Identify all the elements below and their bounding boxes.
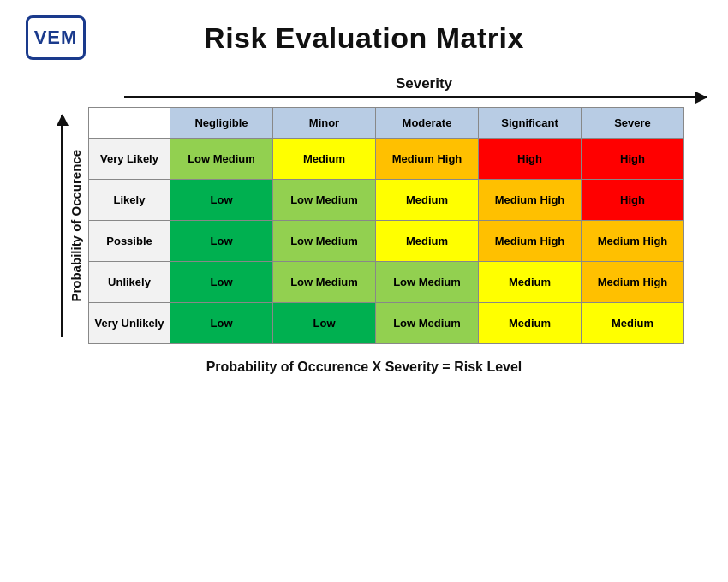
row-header-3: Unlikely <box>89 262 170 303</box>
severity-label-row: Severity <box>0 75 728 92</box>
cell-r4-c4: Medium <box>582 303 684 344</box>
cell-r4-c2: Low Medium <box>376 303 479 344</box>
cell-r0-c4: High <box>582 139 684 180</box>
cell-r0-c2: Medium High <box>376 139 479 180</box>
cell-r2-c1: Low Medium <box>273 221 376 262</box>
probability-label: Probability of Occurence <box>69 150 83 302</box>
cell-r3-c3: Medium <box>479 262 582 303</box>
matrix-header-row: Negligible Minor Moderate Significant Se… <box>89 108 684 139</box>
severity-arrow <box>124 96 707 98</box>
risk-matrix-table: Negligible Minor Moderate Significant Se… <box>88 107 684 344</box>
cell-r3-c1: Low Medium <box>273 262 376 303</box>
matrix-container: Probability of Occurence Negligible Mino… <box>44 107 684 344</box>
severity-arrow-row <box>124 96 707 98</box>
probability-arrow <box>61 115 63 337</box>
cell-r1-c0: Low <box>170 180 273 221</box>
header: VEM Risk Evaluation Matrix <box>0 0 728 60</box>
cell-r1-c1: Low Medium <box>273 180 376 221</box>
cell-r0-c1: Medium <box>273 139 376 180</box>
probability-arrow-line <box>61 115 63 337</box>
header-minor: Minor <box>273 108 376 139</box>
cell-r4-c0: Low <box>170 303 273 344</box>
header-empty <box>89 108 170 139</box>
header-negligible: Negligible <box>170 108 273 139</box>
table-row: UnlikelyLowLow MediumLow MediumMediumMed… <box>89 262 684 303</box>
cell-r2-c4: Medium High <box>582 221 684 262</box>
logo-text: VEM <box>34 27 78 49</box>
cell-r4-c1: Low <box>273 303 376 344</box>
table-row: Very LikelyLow MediumMediumMedium HighHi… <box>89 139 684 180</box>
cell-r3-c0: Low <box>170 262 273 303</box>
cell-r2-c3: Medium High <box>479 221 582 262</box>
cell-r2-c2: Medium <box>376 221 479 262</box>
table-row: Very UnlikelyLowLowLow MediumMediumMediu… <box>89 303 684 344</box>
cell-r0-c3: High <box>479 139 582 180</box>
header-moderate: Moderate <box>376 108 479 139</box>
cell-r3-c4: Medium High <box>582 262 684 303</box>
cell-r1-c3: Medium High <box>479 180 582 221</box>
header-significant: Significant <box>479 108 582 139</box>
cell-r1-c2: Medium <box>376 180 479 221</box>
probability-label-wrapper: Probability of Occurence <box>61 107 83 344</box>
cell-r0-c0: Low Medium <box>170 139 273 180</box>
cell-r4-c3: Medium <box>479 303 582 344</box>
cell-r3-c2: Low Medium <box>376 262 479 303</box>
row-header-1: Likely <box>89 180 170 221</box>
row-header-4: Very Unlikely <box>89 303 170 344</box>
logo: VEM <box>26 15 86 60</box>
formula-label: Probability of Occurence X Severity = Ri… <box>206 359 522 375</box>
row-header-0: Very Likely <box>89 139 170 180</box>
table-row: PossibleLowLow MediumMediumMedium HighMe… <box>89 221 684 262</box>
severity-label: Severity <box>396 75 452 92</box>
cell-r1-c4: High <box>582 180 684 221</box>
cell-r2-c0: Low <box>170 221 273 262</box>
row-header-2: Possible <box>89 221 170 262</box>
table-row: LikelyLowLow MediumMediumMedium HighHigh <box>89 180 684 221</box>
page-title: Risk Evaluation Matrix <box>103 21 702 55</box>
header-severe: Severe <box>582 108 684 139</box>
